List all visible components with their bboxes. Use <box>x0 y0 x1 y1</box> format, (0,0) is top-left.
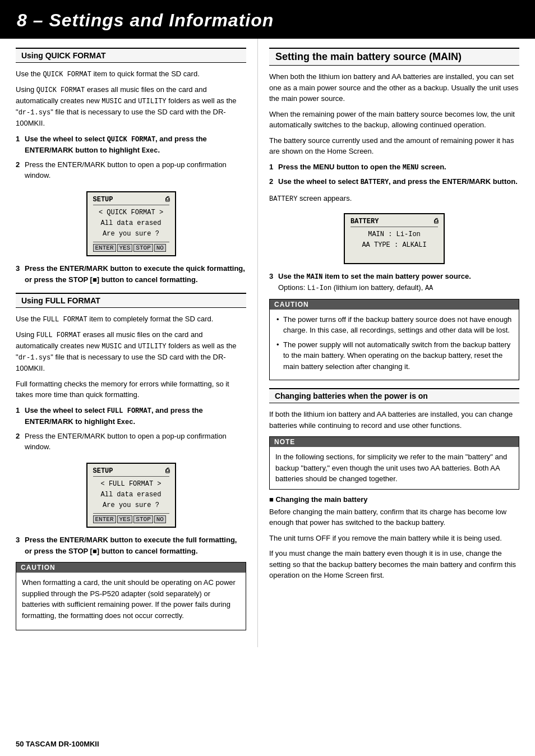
qf-screen-line1: < QUICK FORMAT > <box>93 208 169 218</box>
mb-step3: 3 Use the MAIN item to set the main batt… <box>269 271 519 293</box>
mb-step1: 1 Press the MENU button to open the MENU… <box>269 162 519 173</box>
ff-screen: SETUP ⎙ < FULL FORMAT > All data erased … <box>86 463 176 528</box>
qf-screen-line3: Are you sure ? <box>93 229 169 239</box>
ff-step3: 3 Press the ENTER/MARK button to execute… <box>16 534 246 556</box>
ff-screen-line2: All data erased <box>93 490 169 500</box>
page-header: 8 – Settings and Information <box>0 0 535 39</box>
quick-format-steps: 1 Use the wheel to select QUICK FORMAT, … <box>16 133 246 181</box>
changing-batteries-title: Changing batteries when the power is on <box>269 388 519 403</box>
quick-format-detail: Using QUICK FORMAT erases all music file… <box>16 84 246 129</box>
ff-code1: FULL FORMAT <box>43 316 87 324</box>
mb-step3-list: 3 Use the MAIN item to set the main batt… <box>269 271 519 293</box>
main-battery-para3: The battery source currently used and th… <box>269 135 519 157</box>
qf-step2: 2 Press the ENTER/MARK button to open a … <box>16 159 246 181</box>
changing-batteries-section: Changing batteries when the power is on … <box>269 388 519 581</box>
qf-step3-list: 3 Press the ENTER/MARK button to execute… <box>16 263 246 285</box>
changing-main-battery-para1: Before changing the main battery, confir… <box>269 506 519 528</box>
changing-batteries-note: NOTE In the following sections, for simp… <box>269 436 519 490</box>
page-number: 50 <box>16 740 24 748</box>
changing-batteries-para1: If both the lithium ion battery and AA b… <box>269 409 519 431</box>
changing-main-battery-heading: Changing the main battery <box>269 495 519 504</box>
ff-screen-buttons: ENTERYESSTOPNO <box>93 513 169 523</box>
full-format-steps: 1 Use the wheel to select FULL FORMAT, a… <box>16 405 246 453</box>
full-format-title: Using FULL FORMAT <box>16 293 246 308</box>
ff-screen-line1: < FULL FORMAT > <box>93 479 169 490</box>
qf-music: MUSIC <box>102 98 122 105</box>
battery-screen-line1: MAIN : Li-Ion <box>350 229 438 240</box>
main-battery-caution-header: CAUTION <box>270 299 519 310</box>
qf-screen: SETUP ⎙ < QUICK FORMAT > All data erased… <box>86 191 176 257</box>
changing-main-battery-para3: If you must change the main battery even… <box>269 548 519 581</box>
main-battery-section: Setting the main battery source (MAIN) W… <box>269 48 519 380</box>
battery-screen: BATTERY ⎙ MAIN : Li-Ion AA TYPE : ALKALI <box>344 213 445 264</box>
qf-sys: dr-1.sys <box>19 109 51 117</box>
left-column: Using QUICK FORMAT Use the QUICK FORMAT … <box>0 39 258 647</box>
page: 8 – Settings and Information Using QUICK… <box>0 0 535 756</box>
changing-main-battery-para2: The unit turns OFF if you remove the mai… <box>269 533 519 544</box>
ff-step1: 1 Use the wheel to select FULL FORMAT, a… <box>16 405 246 427</box>
full-format-caution: CAUTION When formatting a card, the unit… <box>16 562 246 630</box>
right-column: Setting the main battery source (MAIN) W… <box>258 39 535 647</box>
full-format-detail2: Full formatting checks the memory for er… <box>16 379 246 400</box>
quick-format-intro: Use the QUICK FORMAT item to quick forma… <box>16 68 246 80</box>
quick-format-code2: QUICK FORMAT <box>36 86 85 94</box>
main-battery-para1: When both the lithium ion battery and AA… <box>269 71 519 104</box>
ff-sys: dr-1.sys <box>19 354 51 362</box>
ff-music: MUSIC <box>102 343 122 351</box>
quick-format-title: Using QUICK FORMAT <box>16 48 246 63</box>
ff-screen-title: SETUP ⎙ <box>93 467 169 477</box>
qf-screen-container: SETUP ⎙ < QUICK FORMAT > All data erased… <box>16 187 246 264</box>
full-format-caution-header: CAUTION <box>16 563 246 573</box>
brand-name: TASCAM DR-100MKII <box>26 740 99 748</box>
note-body: In the following sections, for simplicit… <box>270 447 519 489</box>
caution-item-1: The power turns off if the backup batter… <box>275 314 513 336</box>
ff-step2: 2 Press the ENTER/MARK button to open a … <box>16 431 246 453</box>
qf-utility: UTILITY <box>138 98 166 105</box>
page-footer: 50 TASCAM DR-100MKII <box>16 740 99 748</box>
full-format-detail1: Using FULL FORMAT erases all music files… <box>16 329 246 374</box>
ff-screen-container: SETUP ⎙ < FULL FORMAT > All data erased … <box>16 458 246 535</box>
full-format-section: Using FULL FORMAT Use the FULL FORMAT it… <box>16 293 246 630</box>
battery-screen-spacer <box>350 251 438 260</box>
main-battery-caution-body: The power turns off if the backup batter… <box>270 310 519 380</box>
battery-screen-title: BATTERY ⎙ <box>350 218 438 227</box>
full-format-caution-body: When formatting a card, the unit should … <box>16 573 246 630</box>
quick-format-code1: QUICK FORMAT <box>43 71 91 79</box>
battery-screen-label: BATTERY screen appears. <box>269 193 519 204</box>
full-format-intro: Use the FULL FORMAT item to completely f… <box>16 314 246 325</box>
main-battery-steps: 1 Press the MENU button to open the MENU… <box>269 162 519 187</box>
caution-item-2: The power supply will not automatically … <box>275 339 513 372</box>
battery-screen-container: BATTERY ⎙ MAIN : Li-Ion AA TYPE : ALKALI <box>269 209 519 271</box>
ff-step3-list: 3 Press the ENTER/MARK button to execute… <box>16 534 246 556</box>
ff-utility: UTILITY <box>138 343 166 351</box>
note-header: NOTE <box>270 437 519 447</box>
mb-step2: 2 Use the wheel to select BATTERY, and p… <box>269 176 519 187</box>
quick-format-section: Using QUICK FORMAT Use the QUICK FORMAT … <box>16 48 246 285</box>
main-battery-title: Setting the main battery source (MAIN) <box>269 48 519 66</box>
qf-step3: 3 Press the ENTER/MARK button to execute… <box>16 263 246 285</box>
qf-step1: 1 Use the wheel to select QUICK FORMAT, … <box>16 133 246 156</box>
ff-screen-line3: Are you sure ? <box>93 500 169 511</box>
battery-screen-line2: AA TYPE : ALKALI <box>350 240 438 251</box>
page-title: 8 – Settings and Information <box>17 10 518 31</box>
qf-screen-line2: All data erased <box>93 218 169 229</box>
main-battery-caution: CAUTION The power turns off if the backu… <box>269 299 519 381</box>
qf-screen-title: SETUP ⎙ <box>93 196 169 205</box>
ff-code2: FULL FORMAT <box>36 331 81 339</box>
main-battery-para2: When the remaining power of the main bat… <box>269 109 519 131</box>
qf-screen-buttons: ENTERYESSTOPNO <box>93 242 169 252</box>
main-battery-caution-list: The power turns off if the backup batter… <box>275 314 513 372</box>
content-area: Using QUICK FORMAT Use the QUICK FORMAT … <box>0 39 535 647</box>
